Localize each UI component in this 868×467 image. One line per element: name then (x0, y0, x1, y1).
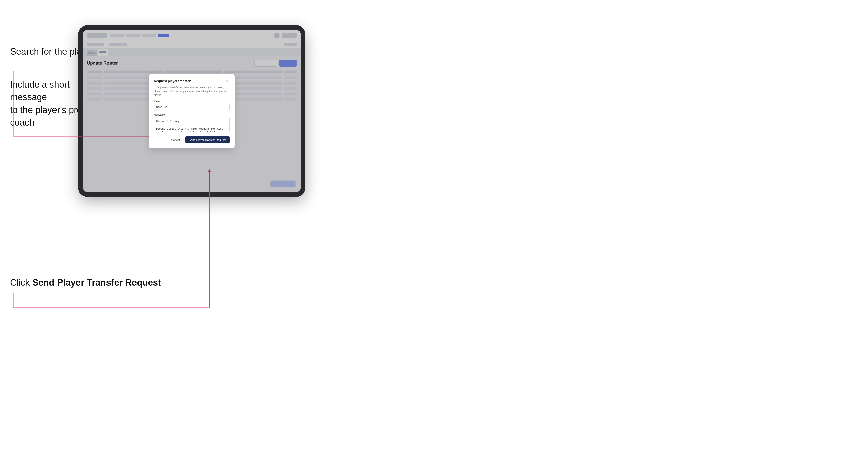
modal-description: If the player is transferring from anoth… (154, 86, 229, 97)
tablet-screen: › Update Roster (83, 30, 301, 192)
message-textarea[interactable]: Hi Coach McHarg, Please accept this tran… (154, 117, 229, 132)
modal-title: Request player transfer (154, 79, 190, 83)
modal-close-button[interactable]: ✕ (225, 79, 229, 84)
annotation-click: Click Send Player Transfer Request (10, 276, 161, 289)
player-input[interactable] (154, 104, 229, 111)
modal-overlay: Request player transfer ✕ If the player … (83, 30, 301, 192)
modal-footer: Cancel Send Player Transfer Request (154, 136, 229, 143)
modal-header: Request player transfer ✕ (154, 79, 229, 84)
transfer-modal: Request player transfer ✕ If the player … (149, 74, 235, 148)
player-label: Player (154, 100, 229, 103)
cancel-button[interactable]: Cancel (167, 136, 183, 143)
send-transfer-request-button[interactable]: Send Player Transfer Request (185, 136, 229, 143)
tablet-device: › Update Roster (78, 25, 305, 197)
message-label: Message (154, 113, 229, 116)
